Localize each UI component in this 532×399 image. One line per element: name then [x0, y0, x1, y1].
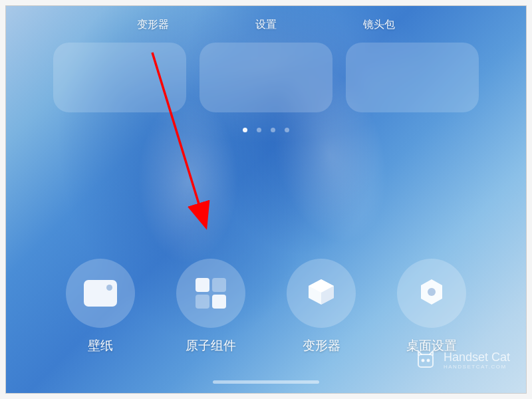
preview-card[interactable] — [346, 43, 479, 112]
page-dot — [271, 128, 275, 132]
top-label-morpher: 变形器 — [137, 18, 169, 32]
top-label-settings: 设置 — [255, 18, 277, 32]
cat-icon — [414, 348, 437, 373]
cube-icon — [305, 275, 338, 311]
button-label: 壁纸 — [88, 337, 113, 354]
button-label: 变形器 — [303, 337, 340, 354]
home-preview-row — [6, 43, 526, 112]
bottom-button-row: 壁纸 原子组件 变形器 — [6, 259, 526, 354]
preview-card[interactable] — [53, 43, 186, 112]
svg-point-2 — [428, 288, 436, 296]
page-indicator[interactable] — [243, 128, 289, 132]
watermark-title: Handset Cat — [444, 351, 510, 364]
home-indicator[interactable] — [213, 380, 319, 384]
widget-button[interactable]: 原子组件 — [176, 259, 245, 354]
morpher-button[interactable]: 变形器 — [287, 259, 356, 354]
hexagon-icon — [416, 276, 448, 311]
widget-icon — [196, 278, 226, 309]
top-label-lens-pack: 镜头包 — [363, 18, 395, 32]
svg-point-4 — [422, 360, 424, 362]
wallpaper-icon — [84, 280, 117, 307]
button-label: 原子组件 — [186, 337, 236, 354]
page-dot-active — [243, 128, 247, 132]
svg-rect-3 — [418, 354, 433, 367]
page-dot — [257, 128, 261, 132]
button-circle — [287, 259, 356, 328]
button-circle — [397, 259, 466, 328]
wallpaper-button[interactable]: 壁纸 — [66, 259, 135, 354]
preview-card[interactable] — [200, 43, 332, 112]
button-circle — [176, 259, 245, 328]
desktop-settings-button[interactable]: 桌面设置 — [397, 259, 466, 354]
watermark-subtitle: HANDSETCAT.COM — [444, 364, 510, 370]
top-preview-labels: 变形器 设置 镜头包 — [6, 18, 526, 32]
button-circle — [66, 259, 135, 328]
watermark: Handset Cat HANDSETCAT.COM — [414, 348, 510, 373]
page-dot — [285, 128, 289, 132]
watermark-text: Handset Cat HANDSETCAT.COM — [444, 351, 510, 370]
svg-point-5 — [427, 360, 429, 362]
